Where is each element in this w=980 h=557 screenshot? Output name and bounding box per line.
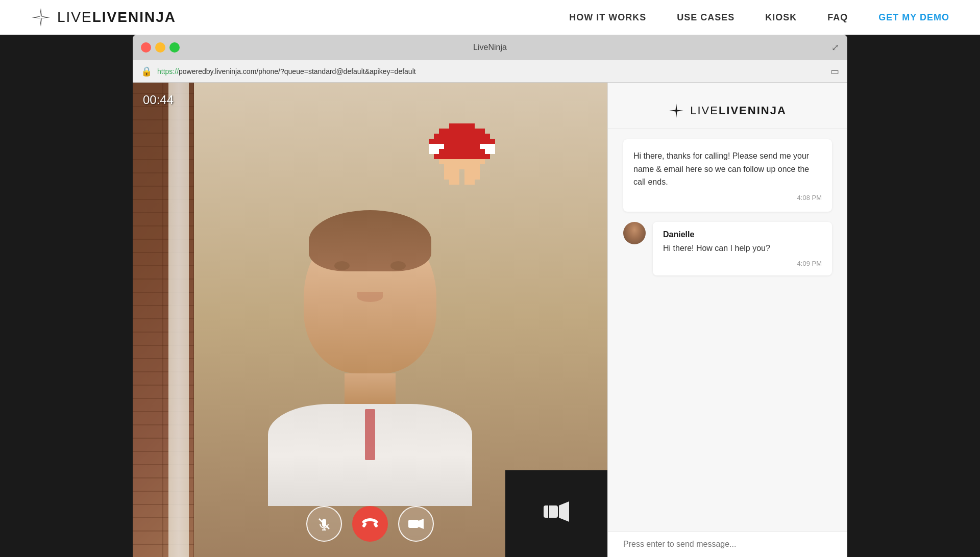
svg-rect-7 — [475, 144, 480, 149]
video-timer: 00:44 — [143, 93, 174, 107]
browser-titlebar: LiveNinja ⤢ — [133, 35, 847, 60]
logo-area: LIVELIVENINJA — [31, 7, 176, 28]
svg-rect-16 — [464, 169, 480, 174]
mute-button[interactable] — [306, 506, 342, 542]
svg-rect-1 — [439, 129, 485, 134]
svg-rect-5 — [444, 144, 449, 149]
https-prefix: https:// — [157, 67, 179, 75]
person-area — [268, 220, 472, 506]
svg-rect-2 — [434, 134, 490, 139]
self-view — [505, 470, 607, 557]
svg-rect-29 — [408, 520, 419, 528]
system-message-text: Hi there, thanks for calling! Please sen… — [633, 149, 822, 189]
svg-rect-8 — [480, 144, 495, 149]
address-url[interactable]: https://poweredby.liveninja.com/phone/?q… — [157, 67, 825, 75]
nav-use-cases[interactable]: USE CASES — [677, 12, 734, 23]
svg-rect-11 — [485, 149, 495, 154]
svg-marker-30 — [419, 519, 424, 529]
svg-rect-28 — [373, 522, 378, 528]
url-domain: poweredby.liveninja.com — [179, 67, 256, 75]
page-outer: LIVELIVENINJA HOW IT WORKS USE CASES KIO… — [0, 0, 980, 557]
video-toggle-button[interactable] — [398, 506, 434, 542]
camera-icon[interactable]: ▭ — [830, 66, 839, 77]
svg-rect-17 — [444, 174, 459, 180]
video-panel: 00:44 — [133, 83, 607, 557]
minimize-button[interactable] — [155, 42, 165, 53]
logo-icon — [31, 7, 51, 28]
maximize-button[interactable] — [169, 42, 180, 53]
nav-how-it-works[interactable]: HOW IT WORKS — [569, 12, 646, 23]
agent-message-time: 4:09 PM — [663, 260, 822, 267]
video-controls — [306, 506, 434, 542]
address-bar: 🔒 https://poweredby.liveninja.com/phone/… — [133, 60, 847, 83]
system-message-time: 4:08 PM — [633, 194, 822, 201]
system-message: Hi there, thanks for calling! Please sen… — [623, 139, 832, 212]
logo-text: LIVELIVENINJA — [57, 9, 176, 26]
chat-input[interactable] — [623, 540, 832, 549]
svg-rect-6 — [449, 144, 475, 149]
svg-rect-10 — [439, 149, 485, 154]
chat-panel: LIVELIVENINJA Hi there, thanks for calli… — [607, 83, 847, 557]
browser-window: LiveNinja ⤢ 🔒 https://poweredby.liveninj… — [133, 35, 847, 557]
agent-bubble: Danielle Hi there! How can I help you? 4… — [653, 222, 832, 275]
video-background: 00:44 — [133, 83, 607, 557]
svg-marker-21 — [559, 501, 569, 522]
chat-messages: Hi there, thanks for calling! Please sen… — [608, 129, 847, 531]
svg-rect-9 — [429, 149, 439, 154]
svg-rect-14 — [444, 164, 480, 169]
nav-get-demo[interactable]: GET MY DEMO — [878, 12, 949, 23]
svg-rect-20 — [464, 180, 475, 185]
expand-icon[interactable]: ⤢ — [831, 42, 839, 53]
pillar — [168, 83, 189, 557]
self-view-camera-icon — [544, 501, 569, 526]
nav-links: HOW IT WORKS USE CASES KIOSK FAQ GET MY … — [569, 12, 949, 23]
svg-rect-15 — [444, 169, 459, 174]
ssl-icon: 🔒 — [141, 66, 152, 77]
chat-logo-icon — [669, 103, 684, 118]
svg-rect-0 — [449, 123, 475, 129]
svg-rect-12 — [434, 154, 490, 159]
pixel-art — [429, 123, 495, 185]
agent-avatar-img — [623, 222, 646, 244]
chat-logo-text: LIVELIVENINJA — [690, 104, 787, 117]
agent-avatar — [623, 222, 646, 244]
svg-rect-27 — [362, 522, 367, 528]
url-path: /phone/?queue=standard@default&apikey=de… — [256, 67, 415, 75]
agent-name: Danielle — [663, 230, 822, 239]
svg-rect-4 — [429, 144, 444, 149]
close-button[interactable] — [141, 42, 151, 53]
svg-rect-22 — [544, 505, 558, 518]
chat-input-area — [608, 531, 847, 557]
svg-rect-13 — [439, 159, 485, 164]
agent-message-text: Hi there! How can I help you? — [663, 242, 822, 255]
main-content: 00:44 — [133, 83, 847, 557]
agent-message: Danielle Hi there! How can I help you? 4… — [623, 222, 832, 275]
nav-kiosk[interactable]: KIOSK — [765, 12, 797, 23]
svg-rect-18 — [464, 174, 480, 180]
content-area: LiveNinja ⤢ 🔒 https://poweredby.liveninj… — [0, 35, 980, 557]
navbar: LIVELIVENINJA HOW IT WORKS USE CASES KIO… — [0, 0, 980, 35]
browser-controls — [141, 42, 180, 53]
svg-rect-19 — [449, 180, 459, 185]
browser-title: LiveNinja — [473, 43, 507, 52]
nav-faq[interactable]: FAQ — [827, 12, 848, 23]
svg-rect-3 — [429, 139, 495, 144]
hangup-button[interactable] — [352, 506, 388, 542]
chat-header: LIVELIVENINJA — [608, 83, 847, 129]
